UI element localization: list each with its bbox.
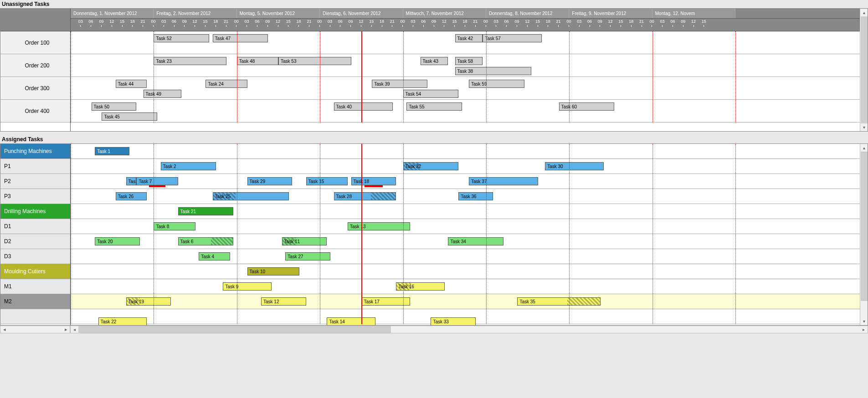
vertical-scrollbar[interactable]: ▴ ▾ [860,9,868,131]
task-bar[interactable]: Task 60 [559,102,615,111]
order-row-header[interactable]: Order 300 [0,77,70,100]
resource-row-header[interactable]: P1 [0,159,70,174]
resource-row-header[interactable]: P3 [0,189,70,204]
gantt-row[interactable]: Task 20Task 6Task 11Task 34 [71,234,860,249]
task-bar[interactable]: Task 20 [95,237,140,245]
task-bar[interactable]: Task 55 [406,102,462,111]
task-bar[interactable]: Task 30 [545,162,604,170]
gantt-row[interactable]: Task 21 [71,204,860,219]
task-bar[interactable]: Task 7 [136,177,178,185]
task-bar[interactable]: Task 47 [213,34,268,42]
task-bar[interactable]: Task 44 [116,80,147,88]
task-bar[interactable]: Task 18 [351,177,396,185]
scroll-right-arrow[interactable]: ▸ [860,326,868,333]
task-bar[interactable]: Task 35 [517,297,600,306]
task-bar[interactable]: Task 43 [421,57,448,65]
vertical-scrollbar[interactable]: ▴ ▾ [860,144,868,325]
task-bar[interactable]: Task 22 [98,317,147,325]
task-bar[interactable]: Task 34 [448,237,503,245]
task-bar[interactable]: Task 48 [237,57,278,65]
task-bar[interactable]: Task 4 [199,252,230,260]
task-bar[interactable]: Task 53 [278,57,351,65]
task-bar[interactable]: Task 15 [306,177,348,185]
gantt-row[interactable]: Task 50Task 45Task 40Task 55Task 60 [71,100,860,122]
task-bar[interactable]: Task 2 [161,162,216,170]
task-bar[interactable]: Task 40 [334,102,393,111]
resource-row-header[interactable]: M1 [0,279,70,294]
gantt-row[interactable]: Task 10 [71,264,860,279]
task-bar[interactable]: Task 38 [455,67,531,75]
task-bar[interactable]: Task 27 [285,252,330,260]
task-bar[interactable]: Task 11 [282,237,327,245]
gantt-row[interactable]: Task 22Task 14Task 33 [71,309,860,324]
resource-group-header[interactable]: Drilling Machines [0,204,70,219]
task-bar[interactable]: Task 32 [403,162,459,170]
task-bar[interactable]: Task 37 [469,177,538,185]
left-hscroll[interactable]: ◂ ▸ [0,326,70,333]
gantt-row[interactable]: Task 4Task 27 [71,249,860,264]
gantt-row[interactable]: Task 8Task 13 [71,219,860,234]
scroll-down-arrow[interactable]: ▾ [860,123,868,131]
task-bar[interactable]: Task 9 [223,282,271,291]
resource-row-header[interactable] [0,309,70,324]
resource-row-header[interactable]: P2 [0,174,70,189]
task-bar[interactable]: Task 42 [455,34,483,42]
task-bar[interactable]: Task 59 [469,80,524,88]
resource-group-header[interactable]: Punching Machines [0,144,70,159]
order-row-header[interactable]: Order 400 [0,100,70,122]
task-bar[interactable]: Task 19 [126,297,171,306]
order-row-header[interactable]: Order 100 [0,31,70,54]
resource-row-header[interactable]: M2 [0,294,70,309]
task-bar[interactable]: Task 25 [213,192,289,200]
gantt-row[interactable]: Task 2Task 32Task 30 [71,159,860,174]
resource-row-header[interactable]: D3 [0,249,70,264]
task-bar[interactable]: Task 13 [348,222,410,230]
task-bar[interactable]: Task 21 [178,207,234,215]
task-bar[interactable]: Task 3 [126,177,137,185]
resource-group-header[interactable]: Moulding Cutters [0,264,70,279]
gantt-row[interactable]: Task 23Task 48Task 53Task 43Task 58Task … [71,54,860,77]
task-bar[interactable]: Task 26 [116,192,147,200]
order-row-header[interactable]: Order 200 [0,54,70,77]
task-bar[interactable]: Task 17 [361,297,410,306]
gantt-row[interactable]: Task 1 [71,144,860,159]
task-bar[interactable]: Task 33 [431,317,476,325]
task-bar[interactable]: Task 8 [154,222,195,230]
task-bar[interactable]: Task 16 [396,282,444,291]
task-bar[interactable]: Task 14 [327,317,375,325]
gantt-row[interactable]: Task 3Task 7Task 29Task 15Task 18Task 37 [71,174,860,189]
task-bar[interactable]: Task 29 [247,177,293,185]
unassigned-chart-body[interactable]: Task 52Task 47Task 42Task 57Task 23Task … [71,31,860,122]
task-bar[interactable]: Task 23 [154,57,226,65]
horizontal-scrollbar[interactable]: ◂ ▸ [70,326,868,333]
task-bar[interactable]: Task 49 [144,90,182,98]
scroll-up-arrow[interactable]: ▴ [860,144,868,152]
task-bar[interactable]: Task 57 [483,34,541,42]
assigned-chart-body[interactable]: Task 1Task 2Task 32Task 30Task 3Task 7Ta… [71,144,860,324]
task-bar[interactable]: Task 58 [455,57,483,65]
gantt-row[interactable]: Task 52Task 47Task 42Task 57 [71,31,860,54]
task-bar[interactable]: Task 45 [102,112,157,121]
task-bar[interactable]: Task 50 [92,102,137,111]
task-bar[interactable]: Task 24 [205,80,247,88]
task-bar[interactable]: Task 12 [261,297,306,306]
scroll-up-arrow[interactable]: ▴ [860,9,868,16]
scroll-right-arrow[interactable]: ▸ [62,327,70,332]
task-bar[interactable]: Task 36 [458,192,493,200]
scroll-left-arrow[interactable]: ◂ [71,326,78,333]
resource-row-header[interactable]: D1 [0,219,70,234]
gantt-row[interactable]: Task 44Task 24Task 49Task 39Task 54Task … [71,77,860,100]
scroll-down-arrow[interactable]: ▾ [860,317,868,325]
task-bar[interactable]: Task 52 [154,34,209,42]
resource-row-header[interactable]: D2 [0,234,70,249]
task-bar[interactable]: Task 54 [403,90,459,98]
task-bar[interactable]: Task 28 [334,192,396,200]
task-bar[interactable]: Task 1 [95,147,129,155]
task-bar[interactable]: Task 10 [247,267,299,276]
task-bar[interactable]: Task 6 [178,237,234,245]
assigned-right-panel[interactable]: Task 1Task 2Task 32Task 30Task 3Task 7Ta… [71,144,860,325]
unassigned-right-panel[interactable]: Donnerstag, 1. November 2012Freitag, 2. … [71,9,860,131]
gantt-row[interactable]: Task 26Task 25Task 28Task 36 [71,189,860,204]
gantt-row[interactable]: Task 19Task 12Task 17Task 35 [71,294,860,309]
task-bar[interactable]: Task 39 [372,80,427,88]
